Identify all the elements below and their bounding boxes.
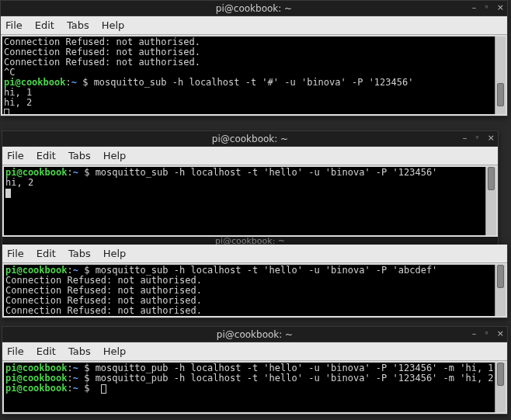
titlebar[interactable]: pi@cookbook: ~ – ◦ ×: [2, 327, 507, 342]
menu-tabs[interactable]: Tabs: [68, 345, 91, 357]
menubar: File Edit Tabs Help: [1, 16, 507, 35]
menu-edit[interactable]: Edit: [36, 150, 56, 161]
close-icon[interactable]: ×: [497, 2, 504, 13]
close-icon[interactable]: ×: [497, 328, 504, 339]
menu-tabs[interactable]: Tabs: [68, 150, 91, 161]
window-title: pi@cookbook: ~: [216, 3, 292, 14]
close-icon[interactable]: ×: [488, 133, 495, 144]
minimize-icon[interactable]: –: [472, 328, 477, 339]
scroll-thumb[interactable]: [497, 83, 504, 106]
minimize-icon[interactable]: –: [463, 133, 468, 144]
window-controls: – ◦ ×: [472, 2, 504, 13]
terminal-output[interactable]: pi@cookbook:~ $ mosquitto_sub -h localho…: [4, 167, 485, 235]
scrollbar[interactable]: [495, 265, 506, 316]
menu-help[interactable]: Help: [103, 248, 127, 259]
maximize-icon[interactable]: ◦: [474, 133, 480, 144]
terminal-output[interactable]: Connection Refused: not authorised. Conn…: [2, 36, 495, 114]
menu-edit[interactable]: Edit: [36, 248, 56, 259]
window-title: pi@cookbook: ~: [212, 134, 288, 144]
terminal-window-2: pi@cookbook: ~ – ◦ × File Edit Tabs Help…: [2, 130, 499, 247]
menu-help[interactable]: Help: [102, 19, 125, 31]
scrollbar[interactable]: [485, 167, 496, 235]
titlebar[interactable]: pi@cookbook: ~ – ◦ ×: [1, 1, 507, 16]
menu-file[interactable]: File: [7, 345, 24, 357]
menubar: File Edit Tabs Help: [2, 147, 498, 165]
window-controls: – ◦ ×: [463, 133, 495, 144]
scrollbar[interactable]: [495, 36, 506, 114]
scroll-thumb[interactable]: [488, 167, 495, 190]
maximize-icon[interactable]: ◦: [484, 2, 489, 13]
minimize-icon[interactable]: –: [472, 2, 477, 13]
menubar: File Edit Tabs Help: [2, 245, 507, 263]
terminal-window-4: pi@cookbook: ~ – ◦ × File Edit Tabs Help…: [2, 326, 508, 415]
scroll-thumb[interactable]: [497, 265, 504, 288]
menu-file[interactable]: File: [7, 150, 24, 161]
window-controls: – ◦ ×: [472, 328, 504, 339]
titlebar[interactable]: pi@cookbook: ~ – ◦ ×: [2, 131, 498, 147]
menu-file[interactable]: File: [5, 19, 23, 31]
maximize-icon[interactable]: ◦: [484, 328, 489, 339]
menubar: File Edit Tabs Help: [2, 342, 507, 361]
menu-tabs[interactable]: Tabs: [68, 248, 91, 259]
menu-file[interactable]: File: [7, 248, 24, 259]
terminal-output[interactable]: pi@cookbook:~ $ mosquitto_pub -h localho…: [4, 363, 495, 412]
menu-edit[interactable]: Edit: [36, 345, 56, 357]
terminal-window-1: pi@cookbook: ~ – ◦ × File Edit Tabs Help…: [0, 0, 508, 116]
menu-help[interactable]: Help: [103, 150, 127, 161]
terminal-output[interactable]: pi@cookbook:~ $ mosquitto_sub -h localho…: [4, 265, 495, 316]
menu-edit[interactable]: Edit: [35, 19, 54, 31]
scroll-thumb[interactable]: [497, 363, 504, 386]
terminal-window-3: File Edit Tabs Help pi@cookbook:~ $ mosq…: [2, 245, 508, 318]
menu-tabs[interactable]: Tabs: [67, 19, 89, 31]
menu-help[interactable]: Help: [103, 345, 127, 357]
scrollbar[interactable]: [495, 363, 506, 412]
window-title: pi@cookbook: ~: [217, 329, 293, 340]
